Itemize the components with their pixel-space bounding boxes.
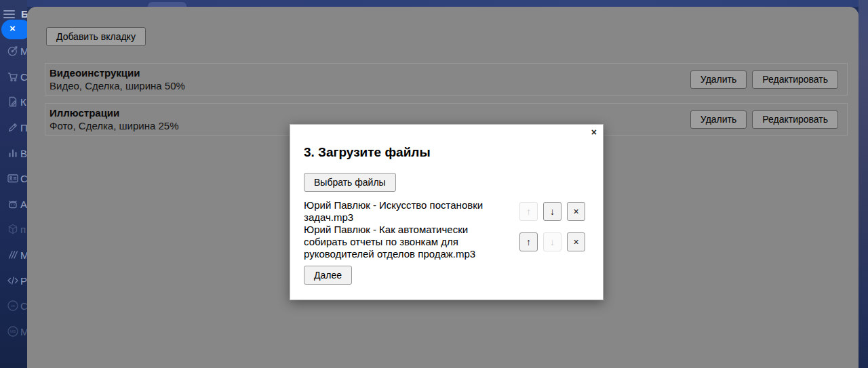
move-down-button[interactable]: ↓: [543, 232, 561, 251]
menu-hamburger-icon[interactable]: [3, 10, 16, 18]
box-icon: [6, 222, 20, 236]
svg-text:ок: ок: [11, 303, 15, 308]
modal-close-icon[interactable]: ×: [591, 127, 597, 137]
sidebar-item-7[interactable]: А: [0, 197, 27, 215]
remove-file-button[interactable]: ×: [567, 232, 585, 251]
file-row: Юрий Павлюк - Искусство постановки задач…: [304, 199, 589, 224]
bar-chart-icon: [6, 146, 20, 160]
id-card-icon: [6, 171, 20, 185]
sidebar-item-4[interactable]: П: [0, 121, 27, 138]
sidebar-item-1[interactable]: М: [0, 44, 27, 62]
remove-file-button[interactable]: ×: [567, 202, 585, 221]
file-controls: ↑ ↓ ×: [519, 202, 585, 221]
target-icon: [6, 44, 20, 58]
sidebar: Б × М С К П В С А п М Р ок С: [0, 0, 27, 368]
top-bar: [0, 0, 868, 7]
cart-icon: [6, 70, 20, 83]
sidebar-item-11[interactable]: ок С: [0, 299, 27, 316]
file-name: Юрий Павлюк - Как автоматически собирать…: [304, 224, 511, 260]
choose-files-button[interactable]: Выбрать файлы: [304, 173, 396, 192]
uploaded-file-list: Юрий Павлюк - Искусство постановки задач…: [304, 199, 589, 260]
svg-text:МВ: МВ: [10, 329, 16, 333]
upload-files-modal: × 3. Загрузите файлы Выбрать файлы Юрий …: [290, 124, 604, 300]
sidebar-item-3[interactable]: К: [0, 95, 27, 113]
sidebar-item-12[interactable]: МВ М: [0, 325, 27, 342]
sidebar-item-2[interactable]: С: [0, 70, 27, 87]
file-name: Юрий Павлюк - Искусство постановки задач…: [304, 199, 511, 224]
robot-icon: [6, 197, 20, 211]
circle-ok-icon: ок: [6, 299, 20, 312]
sidebar-item-8[interactable]: п: [0, 222, 27, 240]
move-up-button[interactable]: ↑: [519, 232, 538, 251]
document-edit-icon: [6, 95, 20, 108]
circle-mb-icon: МВ: [6, 325, 20, 338]
next-button[interactable]: Далее: [304, 266, 352, 285]
close-icon: ×: [9, 22, 16, 34]
code-icon: [6, 274, 20, 287]
sidebar-item-9[interactable]: М: [0, 248, 27, 266]
modal-title: 3. Загрузите файлы: [304, 145, 589, 160]
move-up-button[interactable]: ↑: [519, 202, 538, 221]
waves-icon: [6, 248, 20, 262]
sidebar-item-6[interactable]: С: [0, 171, 27, 189]
file-row: Юрий Павлюк - Как автоматически собирать…: [304, 224, 589, 260]
pen-icon: [6, 121, 20, 134]
file-controls: ↑ ↓ ×: [519, 232, 585, 251]
sidebar-item-5[interactable]: В: [0, 146, 27, 164]
sidebar-item-10[interactable]: Р: [0, 274, 27, 291]
background-right-strip: [859, 0, 868, 368]
move-down-button[interactable]: ↓: [543, 202, 561, 221]
